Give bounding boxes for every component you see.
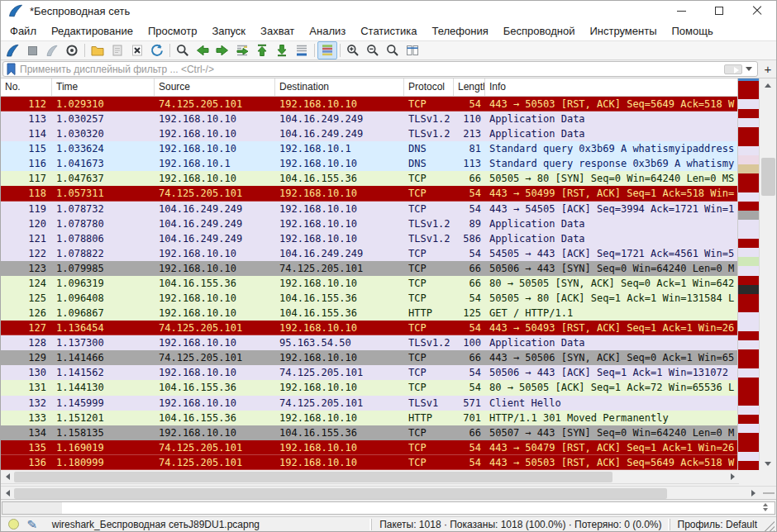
menu-item-4[interactable]: Захват — [253, 23, 302, 39]
cell-length: 213 — [454, 126, 485, 141]
packet-list-hscrollbar[interactable] — [1, 470, 739, 484]
filter-dropdown-icon[interactable] — [746, 67, 752, 71]
menu-item-5[interactable]: Анализ — [302, 23, 353, 39]
capture-options-button[interactable] — [62, 41, 82, 59]
intelligent-scrollbar-minimap[interactable] — [737, 78, 759, 470]
packet-row-124[interactable]: 1241.096319104.16.155.36192.168.10.10TCP… — [1, 276, 737, 291]
auto-scroll-button[interactable] — [292, 41, 312, 59]
last-packet-button[interactable] — [272, 41, 292, 59]
menu-item-1[interactable]: Редактирование — [44, 23, 141, 39]
packet-row-128[interactable]: 1281.137300192.168.10.1095.163.54.50TLSv… — [1, 335, 737, 350]
packet-row-136[interactable]: 1361.18099974.125.205.101192.168.10.10TC… — [1, 455, 737, 470]
expert-info-icon[interactable] — [8, 519, 19, 530]
stop-capture-button[interactable] — [22, 41, 42, 59]
cell-protocol: TCP — [404, 455, 454, 470]
details-hscroll-thumb[interactable] — [14, 488, 667, 499]
packet-row-116[interactable]: 1161.041673192.168.10.1192.168.10.10DNS1… — [1, 156, 737, 171]
packet-row-118[interactable]: 1181.05731174.125.205.101192.168.10.10TC… — [1, 186, 737, 201]
packet-row-130[interactable]: 1301.141562192.168.10.1074.125.205.101TC… — [1, 365, 737, 380]
capture-comment-icon[interactable]: ✎ — [26, 518, 37, 531]
packet-row-131[interactable]: 1311.144130104.16.155.36192.168.10.10TCP… — [1, 380, 737, 395]
zoom-in-button[interactable] — [343, 41, 363, 59]
resize-columns-button[interactable] — [403, 41, 422, 59]
packet-row-112[interactable]: 1121.02931074.125.205.101192.168.10.10TC… — [1, 97, 737, 112]
packet-row-122[interactable]: 1221.078822192.168.10.10104.16.249.249TC… — [1, 246, 737, 261]
zoom-out-button[interactable] — [363, 41, 383, 59]
scroll-right-icon[interactable] — [726, 470, 739, 483]
packet-row-121[interactable]: 1211.078806104.16.249.249192.168.10.10TL… — [1, 231, 737, 246]
column-header-length[interactable]: Length — [454, 78, 485, 96]
packet-row-123[interactable]: 1231.079985192.168.10.1074.125.205.101TC… — [1, 261, 737, 276]
scroll-right-icon[interactable] — [746, 487, 760, 499]
menu-item-9[interactable]: Инструменты — [582, 23, 664, 39]
first-packet-button[interactable] — [252, 41, 272, 59]
column-header-no[interactable]: No. — [1, 78, 52, 96]
column-header-destination[interactable]: Destination — [275, 78, 404, 96]
scroll-left-icon[interactable] — [1, 470, 14, 483]
spinner-up-icon[interactable] — [763, 503, 768, 506]
packet-row-134[interactable]: 1341.158135192.168.10.10104.16.155.36TCP… — [1, 425, 737, 440]
cell-source: 192.168.10.10 — [155, 112, 275, 126]
start-capture-button[interactable] — [2, 41, 22, 59]
packet-row-113[interactable]: 1131.030257192.168.10.10104.16.249.249TL… — [1, 112, 737, 126]
details-hscrollbar[interactable] — [1, 486, 776, 500]
maximize-button[interactable] — [700, 1, 738, 21]
cell-destination: 192.168.10.10 — [275, 455, 404, 470]
vertical-scrollbar-thumb[interactable] — [761, 158, 775, 196]
packet-list-hscroll-thumb[interactable] — [14, 472, 613, 482]
packet-row-129[interactable]: 1291.14146674.125.205.101192.168.10.10TC… — [1, 350, 737, 365]
colorize-packets-button[interactable] — [317, 41, 337, 59]
packet-row-115[interactable]: 1151.033624192.168.10.10192.168.10.1DNS8… — [1, 141, 737, 156]
packet-row-127[interactable]: 1271.13645474.125.205.101192.168.10.10TC… — [1, 321, 737, 335]
display-filter-input[interactable] — [20, 63, 724, 76]
minimap-stripe — [738, 183, 759, 192]
packet-row-132[interactable]: 1321.145999192.168.10.1074.125.205.101TL… — [1, 396, 737, 411]
menu-item-2[interactable]: Просмотр — [141, 23, 204, 39]
restart-capture-button[interactable] — [42, 41, 62, 59]
column-header-time[interactable]: Time — [52, 78, 155, 96]
cell-info: 50505 → 80 [SYN] Seq=0 Win=64240 Len=0 M… — [485, 171, 737, 186]
packet-row-125[interactable]: 1251.096408192.168.10.10104.16.155.36TCP… — [1, 291, 737, 306]
find-packet-button[interactable] — [173, 41, 193, 59]
packet-row-126[interactable]: 1261.096867192.168.10.10104.16.155.36HTT… — [1, 306, 737, 321]
cell-no: 130 — [1, 365, 52, 380]
add-filter-button[interactable]: + — [761, 62, 775, 77]
save-file-button[interactable] — [107, 41, 127, 59]
next-packet-button[interactable] — [212, 41, 232, 59]
go-to-packet-button[interactable] — [232, 41, 252, 59]
packet-row-135[interactable]: 1351.16901974.125.205.101192.168.10.10TC… — [1, 440, 737, 455]
pane-splitter-handle[interactable] — [763, 492, 775, 494]
menu-item-10[interactable]: Помощь — [665, 23, 721, 39]
apply-filter-icon[interactable] — [724, 64, 742, 74]
minimize-button[interactable] — [662, 1, 700, 21]
bytes-pane-spinner[interactable] — [763, 503, 768, 511]
menu-item-8[interactable]: Беспроводной — [496, 23, 583, 39]
scroll-left-icon[interactable] — [1, 487, 14, 499]
menu-item-3[interactable]: Запуск — [204, 23, 253, 39]
profile-label[interactable]: Профиль: Default — [670, 519, 765, 530]
zoom-reset-button[interactable] — [383, 41, 403, 59]
column-header-source[interactable]: Source — [155, 78, 275, 96]
resize-grip-icon[interactable] — [765, 521, 775, 531]
spinner-down-icon[interactable] — [763, 508, 768, 511]
packet-row-133[interactable]: 1331.151201104.16.155.36192.168.10.10HTT… — [1, 411, 737, 425]
packet-row-119[interactable]: 1191.078732104.16.249.249192.168.10.10TC… — [1, 202, 737, 216]
menu-item-7[interactable]: Телефония — [424, 23, 495, 39]
cell-info: 80 → 50505 [ACK] Seq=1 Ack=72 Win=65536 … — [485, 380, 737, 395]
close-file-button[interactable] — [127, 41, 147, 59]
menu-item-6[interactable]: Статистика — [353, 23, 424, 39]
previous-packet-button[interactable] — [193, 41, 212, 59]
reload-file-button[interactable] — [147, 41, 167, 59]
menu-item-0[interactable]: Файл — [2, 23, 44, 39]
scroll-up-icon[interactable] — [760, 78, 776, 92]
column-header-protocol[interactable]: Protocol — [404, 78, 454, 96]
packet-row-117[interactable]: 1171.047637192.168.10.10104.16.155.36TCP… — [1, 171, 737, 186]
open-file-button[interactable] — [88, 41, 107, 59]
vertical-scrollbar[interactable] — [759, 78, 776, 470]
column-header-info[interactable]: Info — [485, 78, 737, 96]
close-button[interactable] — [738, 1, 776, 21]
scroll-down-icon[interactable] — [760, 457, 776, 470]
packet-row-120[interactable]: 1201.078780104.16.249.249192.168.10.10TL… — [1, 216, 737, 231]
bookmark-icon[interactable] — [6, 63, 17, 76]
packet-row-114[interactable]: 1141.030320192.168.10.10104.16.249.249TL… — [1, 126, 737, 141]
